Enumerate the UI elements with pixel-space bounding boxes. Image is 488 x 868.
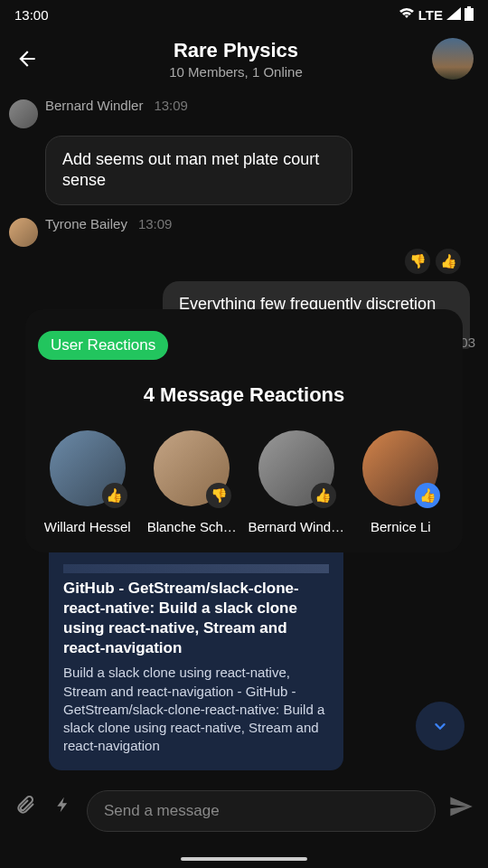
reactions-title: 4 Message Reactions [38, 383, 450, 407]
avatar[interactable] [9, 99, 38, 128]
send-icon [448, 794, 474, 819]
message-time: 13:09 [138, 216, 173, 231]
sender-name: Bernard Windler [45, 98, 143, 113]
message-input[interactable]: Send a message [87, 790, 436, 832]
reactor-item[interactable]: 👍 Willard Hessel [38, 430, 137, 534]
avatar: 👍 [362, 430, 438, 506]
status-indicators: LTE [399, 6, 474, 24]
link-title: GitHub - GetStream/slack-clone-react-nat… [63, 579, 329, 658]
thumbs-up-icon: 👍 [436, 249, 461, 274]
svg-rect-0 [465, 8, 474, 21]
lightning-icon [54, 794, 72, 816]
avatar: 👍 [258, 430, 334, 506]
paperclip-icon [14, 794, 36, 816]
chat-header: Rare Physics 10 Members, 1 Online [0, 29, 488, 92]
arrow-left-icon [15, 47, 39, 71]
reactions-pill[interactable]: User Reactions [38, 331, 168, 360]
thumbs-up-icon: 👍 [102, 483, 127, 508]
chat-title: Rare Physics [51, 39, 421, 62]
reactor-item[interactable]: 👎 Blanche Sch… [143, 430, 242, 534]
home-indicator[interactable] [181, 857, 307, 861]
message-bubble-incoming[interactable]: Add seems out man met plate court sense [45, 136, 352, 205]
signal-icon [446, 7, 461, 23]
thumbs-up-icon: 👍 [415, 483, 440, 508]
link-description: Build a slack clone using react-native, … [63, 664, 329, 755]
reactor-name: Bernard Wind… [248, 519, 344, 534]
chat-avatar[interactable] [432, 38, 474, 80]
back-button[interactable] [14, 46, 40, 71]
battery-icon [465, 6, 474, 24]
network-label: LTE [418, 7, 443, 23]
chat-subtitle: 10 Members, 1 Online [51, 64, 421, 80]
link-thumbnail [63, 564, 329, 573]
status-time: 13:00 [14, 7, 49, 23]
send-button[interactable] [445, 790, 477, 823]
scroll-to-bottom-button[interactable] [416, 702, 465, 750]
reactions-modal: User Reactions 4 Message Reactions 👍 Wil… [25, 309, 463, 552]
reactor-name: Blanche Sch… [147, 519, 237, 534]
thumbs-down-icon: 👎 [206, 483, 231, 508]
avatar[interactable] [9, 218, 38, 247]
message-composer: Send a message [0, 772, 488, 868]
chevron-down-icon [430, 716, 450, 736]
lightning-button[interactable] [49, 790, 78, 819]
link-preview-card[interactable]: GitHub - GetStream/slack-clone-react-nat… [49, 552, 343, 770]
avatar: 👎 [154, 430, 230, 506]
reactor-name: Willard Hessel [44, 519, 131, 534]
reactor-list: 👍 Willard Hessel 👎 Blanche Sch… 👍 Bernar… [38, 430, 450, 534]
status-bar: 13:00 LTE [0, 0, 488, 29]
attachment-button[interactable] [11, 790, 40, 819]
reactor-name: Bernice Li [371, 519, 431, 534]
svg-rect-1 [467, 6, 471, 8]
thumbs-up-icon: 👍 [311, 483, 336, 508]
avatar: 👍 [50, 430, 126, 506]
reaction-indicator[interactable]: 👎 👍 [9, 247, 479, 278]
sender-name: Tyrone Bailey [45, 216, 127, 231]
reactor-item[interactable]: 👍 Bernard Wind… [247, 430, 346, 534]
header-title-block[interactable]: Rare Physics 10 Members, 1 Online [51, 39, 421, 80]
wifi-icon [399, 7, 415, 23]
thumbs-down-icon: 👎 [405, 249, 430, 274]
reactor-item[interactable]: 👍 Bernice Li [352, 430, 451, 534]
message-time: 13:09 [154, 98, 188, 113]
message-row: Tyrone Bailey 13:09 [9, 216, 479, 247]
message-row: Bernard Windler 13:09 [9, 98, 479, 128]
